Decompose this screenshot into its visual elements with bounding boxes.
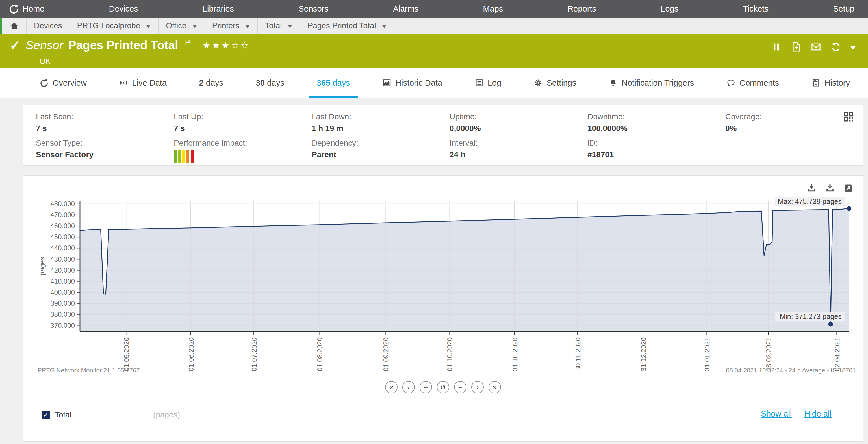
tab-log[interactable]: Log: [475, 68, 501, 98]
zoom-reset-button[interactable]: ↺: [437, 381, 449, 393]
tab-notification-triggers[interactable]: Notification Triggers: [609, 68, 694, 98]
nav-item-tickets[interactable]: Tickets: [743, 4, 769, 13]
tab-label: 2 days: [199, 78, 223, 88]
star-filled-icon[interactable]: ★: [203, 40, 211, 51]
log-icon: [475, 78, 484, 87]
breadcrumb-item-label: Office: [166, 21, 186, 30]
nav-item-alarms[interactable]: Alarms: [393, 4, 418, 13]
info-label: Uptime:: [450, 112, 587, 121]
pause-button[interactable]: [771, 41, 782, 53]
historic-data-icon: [382, 78, 391, 87]
nav-item-label: Alarms: [393, 4, 418, 13]
header-menu-caret[interactable]: [850, 46, 856, 50]
info-field-performance-impact: Performance Impact:: [174, 139, 312, 163]
chevron-down-icon: [192, 25, 197, 28]
breadcrumb-item-prtg-localprobe[interactable]: PRTG Localprobe: [70, 18, 159, 34]
breadcrumb-item-label: Devices: [34, 21, 62, 30]
star-filled-icon[interactable]: ★: [221, 40, 230, 51]
show-all-link[interactable]: Show all: [761, 409, 792, 419]
nav-item-devices[interactable]: Devices: [109, 4, 138, 13]
tab-label: Overview: [53, 78, 87, 88]
info-label: Performance Impact:: [174, 139, 312, 148]
info-label: Last Up:: [174, 112, 312, 121]
zoom-last-button[interactable]: »: [489, 381, 501, 393]
star-empty-icon[interactable]: ☆: [241, 40, 249, 51]
qr-code-icon[interactable]: [842, 111, 855, 123]
priority-rating[interactable]: ★★★☆☆: [203, 40, 249, 51]
page-title: Pages Printed Total: [68, 38, 178, 52]
y-tick-label: 380.000: [50, 310, 75, 318]
tab-30-days[interactable]: 30 days: [256, 68, 284, 98]
prtg-page: HomeDevicesLibrariesSensorsAlarmsMapsRep…: [0, 0, 868, 444]
breadcrumb-item-printers[interactable]: Printers: [205, 18, 258, 34]
zoom-in-button[interactable]: +: [420, 381, 432, 393]
info-label: Last Down:: [312, 112, 450, 121]
star-filled-icon[interactable]: ★: [212, 40, 220, 51]
chart-export-toolbar: [806, 183, 854, 194]
priority-flag-icon[interactable]: [183, 38, 193, 48]
download-data-button[interactable]: [825, 183, 835, 194]
nav-item-label: Devices: [109, 4, 138, 13]
chart-canvas[interactable]: 370.000380.000390.000400.000410.000420.0…: [26, 194, 854, 379]
y-tick-label: 390.000: [50, 299, 75, 307]
tab-history[interactable]: History: [811, 68, 850, 98]
zoom-first-button[interactable]: «: [385, 381, 398, 393]
nav-item-reports[interactable]: Reports: [567, 4, 596, 13]
tab-overview[interactable]: Overview: [39, 68, 87, 98]
y-tick-label: 450.000: [50, 233, 75, 241]
info-label: ID:: [587, 139, 725, 148]
download-image-button[interactable]: [806, 183, 817, 194]
breadcrumb-item-pages-printed-total[interactable]: Pages Printed Total: [300, 18, 394, 34]
nav-item-logs[interactable]: Logs: [661, 4, 678, 13]
x-tick-label: 01.05.2020: [123, 337, 130, 371]
x-tick-label: 01.10.2020: [446, 337, 454, 371]
chart-legend: ✓Total(pages) Show all Hide all: [41, 407, 856, 423]
info-value: Parent: [312, 150, 450, 159]
refresh-button[interactable]: [830, 41, 841, 53]
nav-item-label: Libraries: [203, 4, 234, 13]
sensor-header: ✓ Sensor Pages Printed Total ★★★☆☆ OK: [0, 34, 868, 68]
tab-label: 30 days: [256, 78, 284, 88]
tab-label: History: [825, 78, 850, 88]
nav-item-label: Sensors: [299, 4, 328, 13]
pan-left-button[interactable]: ‹: [402, 381, 415, 393]
info-field-id: ID:#18701: [587, 139, 725, 163]
tab-comments[interactable]: Comments: [726, 68, 779, 98]
x-tick-label: 30.11.2020: [574, 337, 582, 371]
breadcrumb-item-total[interactable]: Total: [258, 18, 300, 34]
impact-bar-5: [191, 150, 193, 163]
star-empty-icon[interactable]: ☆: [231, 40, 239, 51]
nav-item-home[interactable]: Home: [8, 3, 44, 14]
object-type-label: Sensor: [26, 38, 63, 52]
zoom-out-button[interactable]: −: [454, 381, 466, 393]
nav-item-libraries[interactable]: Libraries: [203, 4, 234, 13]
breadcrumb-item-office[interactable]: Office: [158, 18, 205, 34]
breadcrumb-item-devices[interactable]: Devices: [27, 18, 70, 34]
y-tick-label: 480.000: [50, 200, 75, 208]
legend-checkbox[interactable]: ✓: [41, 411, 50, 419]
history-icon: [811, 78, 820, 87]
send-mail-button[interactable]: [810, 41, 822, 53]
tab-live-data[interactable]: Live Data: [119, 68, 167, 98]
tab-settings[interactable]: Settings: [534, 68, 577, 98]
y-tick-label: 430.000: [50, 255, 75, 263]
nav-item-label: Setup: [833, 4, 855, 13]
nav-item-label: Logs: [661, 4, 678, 13]
breadcrumb-home[interactable]: [2, 18, 27, 34]
nav-item-setup[interactable]: Setup: [833, 4, 855, 13]
pan-right-button[interactable]: ›: [471, 381, 484, 393]
nav-item-sensors[interactable]: Sensors: [299, 4, 328, 13]
tab-365-days[interactable]: 365 days: [317, 68, 350, 98]
chart-container[interactable]: 370.000380.000390.000400.000410.000420.0…: [23, 176, 863, 380]
open-fullscreen-button[interactable]: [843, 183, 854, 194]
x-tick-label: 28.02.2021: [765, 337, 773, 371]
add-report-button[interactable]: [790, 41, 802, 53]
nav-item-maps[interactable]: Maps: [483, 4, 503, 13]
tab-2-days[interactable]: 2 days: [199, 68, 223, 98]
hide-all-link[interactable]: Hide all: [804, 409, 832, 419]
tab-historic-data[interactable]: Historic Data: [382, 68, 442, 98]
y-tick-label: 420.000: [50, 266, 75, 274]
chart-panel: 370.000380.000390.000400.000410.000420.0…: [23, 175, 864, 442]
x-tick-label: 01.08.2020: [316, 337, 323, 371]
nav-item-label: Maps: [483, 4, 503, 13]
